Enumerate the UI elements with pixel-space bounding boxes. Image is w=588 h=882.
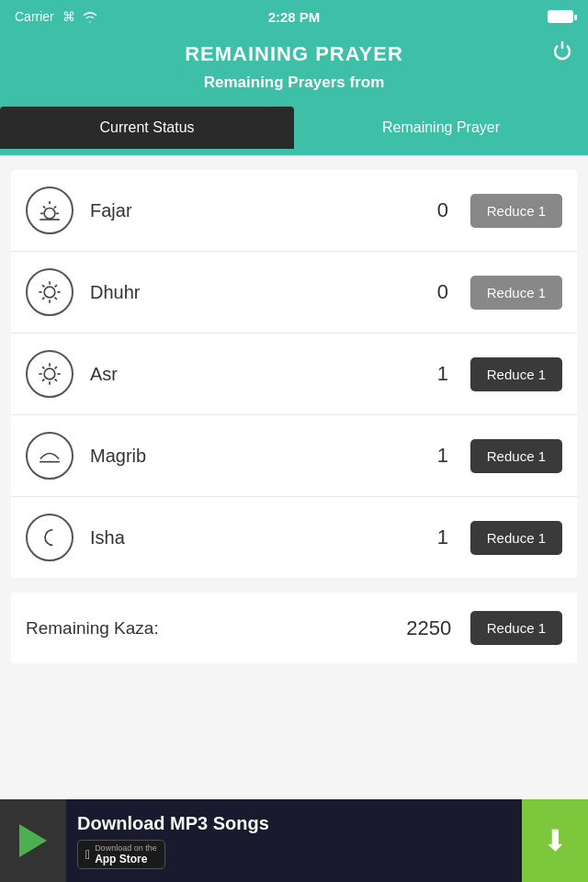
- svg-line-4: [43, 206, 45, 208]
- svg-line-23: [42, 379, 44, 381]
- ad-banner[interactable]: Download MP3 Songs  Download on the App…: [0, 799, 588, 882]
- app-title: REMAINING PRAYER: [15, 42, 573, 66]
- wifi-icon: [83, 12, 97, 23]
- appstore-badge:  Download on the App Store: [77, 840, 165, 869]
- svg-line-24: [55, 379, 57, 381]
- dhuhr-count: 0: [415, 280, 470, 304]
- prayer-row-fajar: Fajar 0 Reduce 1: [11, 170, 577, 252]
- fajar-count: 0: [415, 198, 470, 222]
- apple-icon: : [85, 847, 90, 862]
- fajar-reduce-button[interactable]: Reduce 1: [470, 194, 562, 228]
- isha-name: Isha: [90, 527, 415, 548]
- status-time: 2:28 PM: [268, 9, 321, 25]
- svg-line-15: [55, 298, 57, 300]
- dhuhr-icon: [26, 268, 74, 316]
- svg-line-13: [55, 285, 57, 287]
- svg-point-0: [44, 209, 55, 220]
- prayer-list: Fajar 0 Reduce 1 Dhuhr 0 Reduce 1: [11, 170, 577, 578]
- kaza-reduce-button[interactable]: Reduce 1: [470, 611, 562, 645]
- tab-remaining-prayer[interactable]: Remaining Prayer: [294, 107, 588, 149]
- prayer-row-dhuhr: Dhuhr 0 Reduce 1: [11, 252, 577, 334]
- asr-count: 1: [415, 362, 470, 386]
- magrib-count: 1: [415, 444, 470, 468]
- kaza-count: 2250: [388, 616, 470, 640]
- svg-point-7: [44, 287, 55, 298]
- kaza-label: Remaining Kaza:: [26, 618, 388, 639]
- asr-reduce-button[interactable]: Reduce 1: [470, 357, 562, 391]
- header-subtitle: Remaining Prayers from: [15, 74, 573, 92]
- ad-content: Download MP3 Songs  Download on the App…: [66, 806, 522, 876]
- prayer-row-asr: Asr 1 Reduce 1: [11, 334, 577, 415]
- fajar-icon: [26, 187, 74, 234]
- ad-play-icon: [0, 799, 66, 882]
- svg-line-5: [54, 206, 56, 208]
- magrib-reduce-button[interactable]: Reduce 1: [470, 439, 562, 473]
- bottom-spacer: [0, 678, 588, 761]
- fajar-name: Fajar: [90, 200, 415, 221]
- isha-count: 1: [415, 526, 470, 549]
- download-icon: ⬇: [543, 823, 568, 858]
- play-triangle-icon: [19, 824, 47, 857]
- power-button[interactable]: [551, 40, 573, 68]
- svg-line-22: [55, 367, 57, 368]
- isha-reduce-button[interactable]: Reduce 1: [470, 521, 562, 555]
- svg-point-16: [44, 368, 55, 379]
- prayer-row-isha: Isha 1 Reduce 1: [11, 497, 577, 578]
- ad-appstore:  Download on the App Store: [77, 840, 511, 869]
- battery-container: [548, 10, 573, 23]
- magrib-icon: [26, 432, 74, 480]
- ad-title: Download MP3 Songs: [77, 813, 511, 834]
- wifi-icon: ⌘: [62, 9, 75, 24]
- status-bar: Carrier ⌘ 2:28 PM: [0, 0, 588, 33]
- kaza-row: Remaining Kaza: 2250 Reduce 1: [11, 593, 577, 663]
- tab-divider: [0, 152, 588, 155]
- asr-name: Asr: [90, 364, 415, 385]
- svg-line-21: [42, 367, 44, 368]
- appstore-text: Download on the App Store: [95, 843, 157, 865]
- dhuhr-reduce-button[interactable]: Reduce 1: [470, 276, 562, 310]
- tab-current-status[interactable]: Current Status: [0, 107, 294, 149]
- tab-bar: Current Status Remaining Prayer: [0, 107, 588, 152]
- prayer-row-magrib: Magrib 1 Reduce 1: [11, 415, 577, 497]
- battery-icon: [548, 10, 573, 23]
- svg-line-12: [42, 285, 44, 287]
- asr-icon: [26, 350, 74, 398]
- ad-download-button[interactable]: ⬇: [522, 799, 588, 882]
- svg-line-14: [42, 298, 44, 300]
- magrib-name: Magrib: [90, 446, 415, 467]
- dhuhr-name: Dhuhr: [90, 282, 415, 303]
- power-icon: [551, 40, 573, 62]
- isha-icon: [26, 514, 74, 561]
- app-header: REMAINING PRAYER Remaining Prayers from: [0, 33, 588, 107]
- carrier-label: Carrier ⌘: [15, 9, 97, 24]
